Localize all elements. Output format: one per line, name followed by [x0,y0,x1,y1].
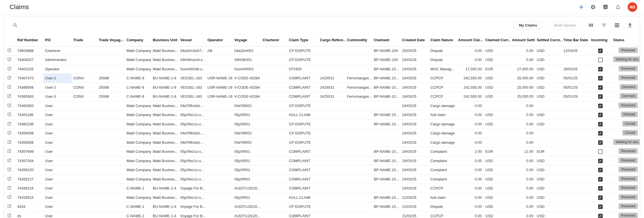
incoming-checkbox[interactable] [598,58,603,62]
column-header-settled_curr[interactable]: Settled Curre... [535,34,562,46]
incoming-checkbox[interactable]: ✓ [598,214,603,218]
column-header-claimed_curr[interactable]: Claimed Curr... [484,34,510,46]
cell-trade_voyage [97,156,125,165]
open-in-new-icon[interactable] [7,140,12,144]
column-header-status[interactable]: Status [611,34,640,46]
cell-cargo_ref [318,193,345,202]
column-header-charterer[interactable]: Charterer [261,34,287,46]
assistant-badge-icon[interactable] [603,4,608,10]
open-in-new-icon[interactable] [7,85,12,89]
cell-cargo_ref [318,165,345,175]
open-in-new-icon[interactable] [7,158,12,163]
cell-trade_voyage: 25088 [97,92,125,101]
incoming-checkbox[interactable]: ✓ [598,122,603,127]
column-header-company[interactable]: Company [125,34,151,46]
column-header-created_date[interactable]: Created Date [400,34,429,46]
open-in-new-icon[interactable] [7,66,12,71]
cell-business_unit: Mabl Busines... [151,129,179,138]
column-header-vessel[interactable]: Vessel [179,34,206,46]
cell-claim_nature: hull claim [429,193,456,202]
cell-commodity [345,110,372,120]
column-header-voyage[interactable]: Voyage [233,34,261,46]
column-header-operator[interactable]: Operator [206,34,233,46]
open-in-new-icon[interactable] [7,75,12,80]
incoming-checkbox[interactable]: ✓ [598,140,603,145]
incoming-checkbox[interactable]: ✓ [598,159,603,163]
open-in-new-icon[interactable] [7,121,12,126]
incoming-checkbox[interactable]: ✓ [598,49,603,53]
cell-charterer [261,64,287,74]
incoming-checkbox[interactable]: ✓ [598,85,603,90]
incoming-checkbox[interactable]: ✓ [598,104,603,108]
column-header-claim_nature[interactable]: Claim Nature [429,34,456,46]
open-in-new-icon[interactable] [7,130,12,135]
cell-business_unit: Mabl Busines... [151,55,179,65]
open-in-new-icon[interactable] [7,195,12,199]
notifications-bell-icon[interactable] [615,4,621,10]
open-in-new-icon[interactable] [7,94,12,98]
search-icon[interactable] [12,23,18,28]
cell-claimed_curr: EUR [484,64,510,74]
incoming-checkbox[interactable]: ✓ [598,195,603,200]
open-in-new-icon[interactable] [7,176,12,181]
column-header-time_bar[interactable]: Time Bar Date [562,34,589,46]
avatar[interactable]: AD [628,2,637,12]
open-in-new-icon[interactable] [7,57,12,62]
claims-table-card: My Claims Bulk Update Ref NumberPiCTrade… [4,16,640,218]
open-in-new-icon[interactable] [7,48,12,53]
cell-commodity [345,184,372,193]
open-in-new-icon[interactable] [7,213,12,218]
cell-trade_voyage [97,55,125,65]
my-claims-button[interactable]: My Claims [514,21,542,29]
incoming-checkbox[interactable]: ✓ [598,67,603,71]
column-header-commodity[interactable]: Commodity [345,34,372,46]
status-badge: Received [619,47,638,53]
bulk-update-button[interactable]: Bulk Update [549,21,581,29]
open-in-new-icon[interactable] [7,186,12,190]
column-header-claim_type[interactable]: Claim Type [287,34,318,46]
cell-status: Received [611,147,640,156]
add-claim-button[interactable]: + [579,4,583,10]
incoming-checkbox[interactable]: ✓ [598,76,603,80]
incoming-checkbox[interactable]: ✓ [598,94,603,99]
column-header-trade_voyage[interactable]: Trade Voyag... [97,34,125,46]
column-header-amount_claimed[interactable]: Amount Clai... [456,34,484,46]
open-in-new-icon[interactable] [7,103,12,108]
cell-commodity [345,55,372,65]
incoming-checkbox[interactable]: ✓ [598,204,603,209]
download-icon[interactable] [627,22,633,28]
column-header-trade[interactable]: Trade [72,34,97,46]
column-header-ref[interactable]: Ref Number [16,34,43,46]
cell-open [4,193,16,202]
columns-icon[interactable] [588,22,594,28]
open-in-new-icon[interactable] [7,204,12,208]
incoming-checkbox[interactable]: ✓ [598,177,603,182]
cell-company: Mabl Company [125,129,151,138]
cell-business_unit: Mabl Busines... [151,175,179,184]
row-density-icon[interactable] [614,22,620,28]
column-header-claimant[interactable]: Claimant [372,34,400,46]
open-in-new-icon[interactable] [7,112,12,117]
cell-operator [206,55,233,65]
incoming-checkbox[interactable]: ✓ [598,168,603,172]
incoming-checkbox[interactable]: ✓ [598,131,603,136]
open-in-new-icon[interactable] [7,149,12,153]
table-row: dsUserC-NAME-1BU-NAME-1-4Voyage For B...… [4,211,640,218]
cell-time_bar: 05/01/25 [562,83,589,92]
incoming-checkbox[interactable]: ✓ [598,113,603,117]
column-header-incoming[interactable]: Incoming [589,34,611,46]
cell-trade_voyage [97,129,125,138]
cell-status: Dormant [611,83,640,92]
cell-incoming: ✓ [589,119,611,129]
settings-gear-icon[interactable] [590,4,596,10]
column-header-amount_settled[interactable]: Amount Settl... [510,34,535,46]
filter-icon[interactable] [601,22,607,28]
column-header-business_unit[interactable]: Business Unit [151,34,179,46]
incoming-checkbox[interactable]: ✓ [598,186,603,191]
column-header-cargo_ref[interactable]: Cargo Refere... [318,34,345,46]
cell-trade [72,129,97,138]
cell-claimed_curr [484,138,510,147]
open-in-new-icon[interactable] [7,167,12,172]
column-header-pic[interactable]: PiC [43,34,72,46]
incoming-checkbox[interactable] [598,149,603,154]
